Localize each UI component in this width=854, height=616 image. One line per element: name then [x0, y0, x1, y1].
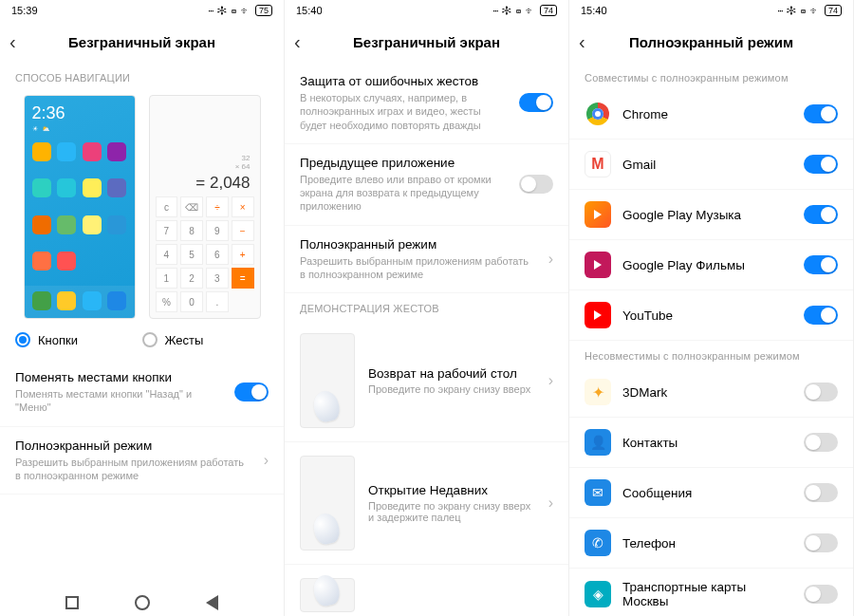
status-time: 15:39 [11, 5, 38, 16]
toggle[interactable] [804, 533, 838, 552]
statusbar: 15:39 ⋯ ✻ ⌧ ᯤ 75 [0, 0, 284, 21]
app-name: Сообщения [622, 486, 792, 500]
radio-icon [15, 332, 30, 347]
status-icons: ⋯ ✻ ⌧ ᯤ [778, 6, 821, 16]
chrome-icon [585, 101, 611, 127]
row-desc: В некоторых случаях, например, в полноэк… [300, 91, 508, 132]
toggle[interactable] [804, 155, 838, 174]
gesture-thumb [300, 578, 355, 612]
header: ‹ Безграничный экран [285, 21, 568, 63]
gesture-partial[interactable] [285, 565, 568, 612]
gesture-title: Возврат на рабочий стол [368, 366, 535, 381]
toggle[interactable] [804, 306, 838, 325]
row-desc: Разрешить выбранным приложениям работать… [15, 456, 252, 483]
app-name: Транспортные карты Москвы [622, 580, 792, 608]
toggle[interactable] [804, 383, 838, 401]
app-name: Gmail [622, 158, 792, 172]
toggle[interactable] [804, 205, 838, 224]
toggle[interactable] [804, 585, 838, 604]
play-movies-icon [585, 252, 611, 278]
gesture-recents[interactable]: Открытие Недавних Проведите по экрану сн… [285, 442, 568, 565]
chevron-right-icon: › [548, 495, 553, 512]
app-name: Google Play Фильмы [622, 258, 792, 272]
toggle[interactable] [804, 104, 838, 123]
calc-line1: 32 [159, 154, 251, 162]
row-title: Поменять местами кнопки [15, 370, 223, 384]
gesture-home[interactable]: Возврат на рабочий стол Проведите по экр… [285, 320, 568, 442]
section-gesture-demo: ДЕМОНСТРАЦИЯ ЖЕСТОВ [285, 293, 568, 320]
app-name: Телефон [622, 536, 792, 551]
app-name: 3DMark [622, 385, 792, 400]
section-incompatible: Несовместимы с полноэкранным режимом [569, 341, 853, 367]
app-row-play-music[interactable]: Google Play Музыка [569, 190, 853, 240]
nav-mode-radios: Кнопки Жесты [0, 327, 284, 359]
chevron-right-icon: › [264, 452, 269, 469]
row-fullscreen-mode[interactable]: Полноэкранный режим Разрешить выбранным … [285, 226, 568, 294]
nav-recents-icon[interactable] [65, 596, 79, 609]
app-row-transport[interactable]: ◈ Транспортные карты Москвы [569, 569, 853, 616]
row-title: Полноэкранный режим [15, 439, 252, 453]
app-row-phone[interactable]: ✆ Телефон [569, 518, 853, 569]
gesture-desc: Проведите по экрану снизу вверх и задерж… [368, 500, 535, 523]
row-prev-app[interactable]: Предыдущее приложение Проведите влево ил… [285, 144, 568, 226]
toggle-guard[interactable] [519, 93, 553, 112]
app-row-chrome[interactable]: Chrome [569, 89, 853, 140]
toggle-swap[interactable] [234, 383, 269, 401]
app-name: Google Play Музыка [622, 208, 792, 222]
row-desc: Проведите влево или вправо от кромки экр… [300, 173, 508, 214]
app-row-3dmark[interactable]: ✦ 3DMark [569, 367, 853, 418]
app-name: Контакты [622, 436, 792, 450]
row-desc: Разрешить выбранным приложениям работать… [300, 254, 537, 282]
preview-weather: ☀⛅ [25, 125, 135, 139]
phone-icon: ✆ [585, 530, 611, 556]
nav-previews: 2:36 ☀⛅ 32 × 64 = 2,048 c⌫÷× 789− 456+ [0, 89, 284, 327]
radio-label: Жесты [165, 333, 204, 347]
status-battery: 74 [540, 5, 557, 16]
preview-homescreen[interactable]: 2:36 ☀⛅ [24, 95, 136, 319]
row-title: Полноэкранный режим [300, 237, 537, 252]
header: ‹ Безграничный экран [0, 21, 284, 63]
youtube-icon [585, 302, 611, 328]
app-row-play-movies[interactable]: Google Play Фильмы [569, 240, 853, 290]
app-row-contacts[interactable]: 👤 Контакты [569, 418, 853, 468]
back-icon[interactable]: ‹ [579, 31, 602, 53]
calc-result: = 2,048 [159, 174, 251, 193]
status-time: 15:40 [296, 5, 323, 16]
preview-time: 2:36 [25, 96, 135, 125]
section-compatible: Совместимы с полноэкранным режимом [569, 63, 853, 89]
toggle[interactable] [804, 433, 838, 452]
status-battery: 75 [255, 5, 272, 16]
radio-label: Кнопки [38, 333, 78, 347]
app-name: YouTube [622, 308, 792, 323]
app-row-youtube[interactable]: YouTube [569, 290, 853, 341]
app-row-gmail[interactable]: M Gmail [569, 140, 853, 190]
calc-line2: × 64 [159, 162, 251, 171]
page-title: Безграничный экран [285, 34, 568, 50]
toggle[interactable] [804, 483, 838, 502]
header: ‹ Полноэкранный режим [569, 21, 853, 63]
toggle-prev[interactable] [519, 175, 553, 194]
chevron-right-icon: › [548, 372, 553, 389]
page-title: Полноэкранный режим [569, 34, 853, 50]
screen-fullscreen-mode: 15:40 ⋯ ✻ ⌧ ᯤ 74 ‹ Полноэкранный режим С… [569, 0, 854, 616]
row-gesture-guard[interactable]: Защита от ошибочных жестов В некоторых с… [285, 63, 568, 144]
row-swap-buttons[interactable]: Поменять местами кнопки Поменять местами… [0, 359, 284, 427]
toggle[interactable] [804, 255, 838, 274]
nav-home-icon[interactable] [135, 595, 150, 610]
back-icon[interactable]: ‹ [294, 31, 317, 53]
app-row-messages[interactable]: ✉ Сообщения [569, 468, 853, 518]
transport-icon: ◈ [585, 581, 611, 607]
status-time: 15:40 [581, 5, 607, 16]
section-nav-method: СПОСОБ НАВИГАЦИИ [0, 63, 284, 89]
radio-buttons[interactable]: Кнопки [15, 332, 142, 347]
status-battery: 74 [825, 5, 842, 16]
page-title: Безграничный экран [0, 34, 284, 50]
preview-calculator[interactable]: 32 × 64 = 2,048 c⌫÷× 789− 456+ 123= %0. [149, 95, 261, 319]
radio-gestures[interactable]: Жесты [142, 332, 269, 347]
row-fullscreen-mode[interactable]: Полноэкранный режим Разрешить выбранным … [0, 427, 284, 495]
back-icon[interactable]: ‹ [9, 31, 32, 53]
nav-back-icon[interactable] [206, 595, 218, 610]
messages-icon: ✉ [585, 479, 611, 506]
statusbar: 15:40 ⋯ ✻ ⌧ ᯤ 74 [285, 0, 568, 21]
gesture-desc: Проведите по экрану снизу вверх [368, 383, 535, 395]
